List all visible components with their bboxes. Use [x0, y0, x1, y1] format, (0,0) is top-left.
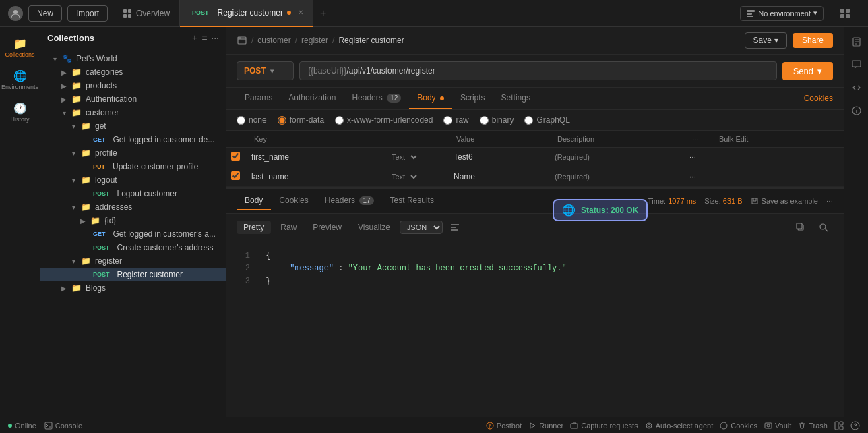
url-input[interactable]: {{baseUrl}}/api/v1/customer/register [299, 61, 777, 80]
save-as-example[interactable]: Save as example [751, 197, 818, 205]
resp-more-options[interactable]: ··· [826, 196, 833, 206]
status-capture[interactable]: Capture requests [570, 422, 638, 430]
env-dropdown[interactable]: No environment ▾ [740, 6, 824, 21]
save-button[interactable]: Save ▾ [745, 32, 787, 49]
option-binary[interactable]: binary [480, 115, 514, 125]
resp-tab-test-results[interactable]: Test Results [382, 192, 442, 210]
sidebar-item-address-id[interactable]: ▶ 📁 {id} [40, 214, 226, 227]
fmt-tab-pretty[interactable]: Pretty [237, 221, 271, 234]
status-postbot[interactable]: Postbot [486, 422, 522, 430]
cookies-link[interactable]: Cookies [804, 88, 833, 109]
radio-raw[interactable] [443, 116, 452, 125]
add-collection-icon[interactable]: + [192, 32, 197, 43]
fmt-tab-preview[interactable]: Preview [306, 221, 348, 234]
nav-environments[interactable]: 🌐 Environments [5, 65, 35, 94]
resp-tab-cookies[interactable]: Cookies [271, 192, 316, 210]
status-cookies[interactable]: Cookies [720, 422, 757, 430]
option-graphql[interactable]: GraphQL [524, 115, 569, 125]
send-button[interactable]: Send ▾ [782, 62, 833, 80]
col-bulk-edit[interactable]: Bulk Edit [711, 131, 844, 148]
row1-checkbox[interactable] [231, 152, 240, 161]
format-selector[interactable]: JSON XML HTML Text [400, 221, 443, 234]
tree-root-folder[interactable]: ▾ 🐾 Pet's World [40, 52, 226, 65]
copy-icon[interactable] [791, 218, 810, 237]
right-code-icon[interactable] [847, 78, 866, 97]
resp-tab-headers[interactable]: Headers 17 [317, 192, 382, 210]
row2-value-cell[interactable]: Name [448, 167, 549, 187]
sidebar-item-get-customer-address[interactable]: GET Get logged in customer's a... [40, 227, 226, 241]
grid-icon[interactable] [836, 4, 855, 23]
tab-overview[interactable]: Overview [113, 0, 180, 27]
tab-close-button[interactable]: ✕ [298, 9, 303, 16]
tab-register[interactable]: POST Register customer ✕ [180, 0, 313, 27]
share-button[interactable]: Share [793, 33, 833, 48]
fmt-tab-visualize[interactable]: Visualize [351, 221, 397, 234]
user-avatar[interactable] [8, 6, 23, 21]
sidebar-item-products[interactable]: ▶ 📁 products [40, 79, 226, 92]
right-docs-icon[interactable] [847, 32, 866, 51]
tab-scripts[interactable]: Scripts [452, 88, 493, 109]
radio-none[interactable] [237, 116, 245, 125]
breadcrumb-register[interactable]: register [301, 36, 328, 45]
sidebar-item-addresses-folder[interactable]: ▾ 📁 addresses [40, 200, 226, 214]
sidebar-item-profile-folder[interactable]: ▾ 📁 profile [40, 146, 226, 160]
status-layout[interactable] [834, 421, 844, 430]
sidebar-item-update-profile[interactable]: PUT Update customer profile [40, 160, 226, 173]
status-trash[interactable]: Trash [798, 422, 828, 430]
sidebar-item-get-logged-customer[interactable]: GET Get logged in customer de... [40, 133, 226, 146]
sidebar-item-categories[interactable]: ▶ 📁 categories [40, 65, 226, 79]
resp-tab-body[interactable]: Body [237, 192, 271, 210]
right-info-icon[interactable] [847, 101, 866, 120]
tab-settings[interactable]: Settings [493, 88, 538, 109]
status-runner[interactable]: Runner [528, 422, 563, 430]
row2-checkbox[interactable] [231, 171, 240, 180]
search-icon[interactable] [814, 218, 833, 237]
row1-type-cell[interactable]: Text File [381, 148, 448, 167]
nav-collections[interactable]: 📁 Collections [5, 32, 35, 62]
row2-key-cell[interactable]: last_name [246, 167, 381, 187]
right-comment-icon[interactable] [847, 55, 866, 74]
sidebar-item-logout-customer[interactable]: POST Logout customer [40, 187, 226, 200]
row2-type-select[interactable]: Text File [386, 171, 419, 183]
breadcrumb-customer[interactable]: customer [257, 36, 290, 45]
tab-body[interactable]: Body [409, 88, 452, 109]
sidebar-item-register-folder[interactable]: ▾ 📁 register [40, 254, 226, 268]
new-button[interactable]: New [28, 5, 62, 22]
sidebar-item-create-address[interactable]: POST Create customer's address [40, 241, 226, 254]
more-options-icon[interactable]: ··· [211, 32, 219, 43]
sidebar-item-logout-folder[interactable]: ▾ 📁 logout [40, 173, 226, 187]
radio-urlencoded[interactable] [335, 116, 344, 125]
radio-binary[interactable] [480, 116, 489, 125]
tab-headers[interactable]: Headers 12 [344, 88, 409, 109]
sidebar-item-blogs[interactable]: ▶ 📁 Blogs [40, 281, 226, 295]
option-urlencoded[interactable]: x-www-form-urlencoded [335, 115, 433, 125]
sidebar-item-register-customer[interactable]: POST Register customer [40, 268, 226, 281]
row1-actions[interactable]: ··· [684, 148, 711, 167]
nav-history[interactable]: 🕐 History [5, 97, 35, 127]
option-none[interactable]: none [237, 115, 267, 125]
tab-authorization[interactable]: Authorization [280, 88, 344, 109]
add-tab-button[interactable]: + [313, 7, 333, 20]
radio-form-data[interactable] [278, 116, 286, 125]
row1-type-select[interactable]: Text File [386, 151, 419, 163]
import-button[interactable]: Import [67, 5, 108, 22]
status-help[interactable] [850, 421, 860, 430]
method-selector[interactable]: POST ▾ [237, 61, 294, 80]
option-form-data[interactable]: form-data [278, 115, 324, 125]
fmt-tab-raw[interactable]: Raw [274, 221, 303, 234]
option-raw[interactable]: raw [443, 115, 468, 125]
filter-icon[interactable]: ≡ [202, 32, 207, 43]
row1-key-cell[interactable]: first_name [246, 148, 381, 167]
status-vault[interactable]: Vault [764, 422, 791, 430]
sidebar-item-customer[interactable]: ▾ 📁 customer [40, 106, 226, 119]
status-autoselect[interactable]: Auto-select agent [645, 422, 714, 430]
radio-graphql[interactable] [524, 116, 533, 125]
status-console[interactable]: Console [44, 422, 82, 430]
sidebar-item-get-folder[interactable]: ▾ 📁 get [40, 119, 226, 133]
row2-actions[interactable]: ··· [684, 167, 711, 187]
tab-params[interactable]: Params [237, 88, 280, 109]
row1-value-cell[interactable]: Test6 [448, 148, 549, 167]
bulk-edit-label[interactable]: Bulk Edit [719, 135, 748, 143]
row2-type-cell[interactable]: Text File [381, 167, 448, 187]
format-lines-icon[interactable] [450, 222, 460, 233]
